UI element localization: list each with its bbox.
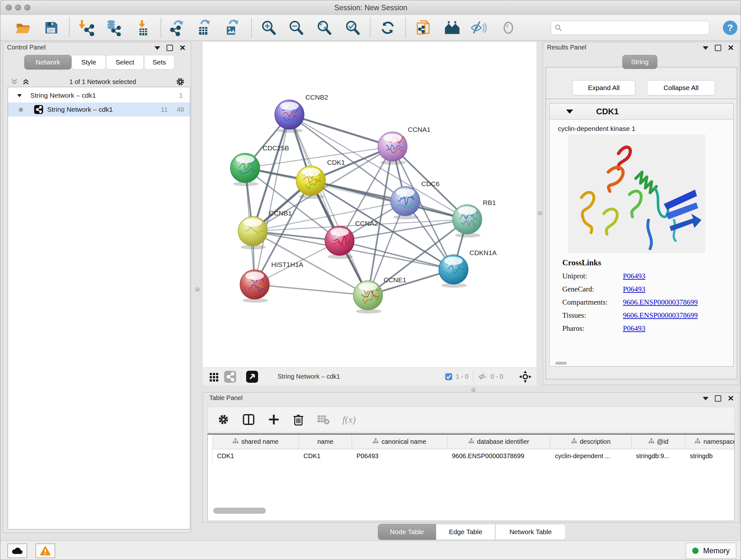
panel-close-icon[interactable]: ✕ <box>728 396 734 401</box>
node-label: CDC6 <box>421 180 440 187</box>
column-header--id[interactable]: @id <box>631 435 685 449</box>
delete-table-icon[interactable] <box>317 414 330 425</box>
table-cell[interactable]: stringdb <box>685 449 735 463</box>
search-input[interactable] <box>562 24 709 32</box>
import-table-file-icon[interactable] <box>134 17 152 38</box>
table-cell[interactable]: CDK1 <box>299 449 352 463</box>
crosslink-link[interactable]: P06493 <box>623 285 645 294</box>
expand-all-icon[interactable] <box>22 78 30 86</box>
network-view-mode-icon[interactable] <box>224 370 237 383</box>
tab-network[interactable]: Network <box>24 55 71 70</box>
toolbar-separator <box>160 17 161 37</box>
panel-collapse-icon[interactable] <box>703 46 709 50</box>
tab-edge-table[interactable]: Edge Table <box>436 524 495 540</box>
network-node-ccnb2[interactable]: CCNB2 <box>275 94 328 133</box>
right-splitter-handle[interactable] <box>538 211 542 215</box>
warning-icon <box>40 546 51 556</box>
panel-close-icon[interactable]: ✕ <box>728 45 734 51</box>
crosslink-link[interactable]: P06493 <box>623 324 645 333</box>
table-cell[interactable]: CDK1 <box>212 449 299 463</box>
hide-unhide-icon[interactable] <box>469 17 488 38</box>
table-panel-title: Table Panel <box>209 394 243 401</box>
column-header-canonical-name[interactable]: canonical name <box>352 435 448 449</box>
zoom-in-icon[interactable] <box>259 17 278 38</box>
hidden-eye-icon[interactable] <box>478 372 487 381</box>
crosslink-link[interactable]: 9606.ENSP00000378699 <box>623 298 698 307</box>
bottom-splitter-handle[interactable] <box>471 388 475 392</box>
tab-select[interactable]: Select <box>106 55 144 70</box>
column-header-namespace[interactable]: namespace <box>685 435 735 449</box>
panel-collapse-icon[interactable] <box>154 46 160 50</box>
expand-all-button[interactable]: Expand All <box>572 80 635 96</box>
table-cell[interactable]: cyclin-dependent ... <box>550 449 631 463</box>
table-cell[interactable]: stringdb:9... <box>631 449 685 463</box>
collapse-all-button[interactable]: Collapse All <box>647 80 715 96</box>
table-hscrollbar-thumb[interactable] <box>213 508 266 514</box>
collapse-all-icon[interactable] <box>10 78 18 86</box>
zoom-selected-icon[interactable] <box>343 17 362 38</box>
network-node-cdkn1a[interactable]: CDKN1A <box>439 249 496 288</box>
panel-close-icon[interactable]: ✕ <box>179 45 186 51</box>
network-node-cdc6[interactable]: CDC6 <box>391 180 440 219</box>
tab-sets[interactable]: Sets <box>144 55 175 70</box>
column-header-database-identifier[interactable]: database identifier <box>448 435 550 449</box>
table-row[interactable]: CDK1CDK1P064939606.ENSP00000378699cyclin… <box>212 449 734 463</box>
network-collection-row[interactable]: String Network – cdk1 1 <box>8 88 190 103</box>
eye-icon[interactable] <box>499 17 518 38</box>
tab-string[interactable]: String <box>622 55 657 69</box>
column-header-description[interactable]: description <box>550 435 631 449</box>
zoom-fit-icon[interactable] <box>315 17 333 38</box>
delete-trash-icon[interactable] <box>293 414 304 426</box>
tab-style[interactable]: Style <box>71 55 106 70</box>
export-image-icon[interactable] <box>222 17 241 38</box>
network-row-selected[interactable]: String Network – cdk1 11 48 <box>8 103 190 117</box>
crosslink-link[interactable]: 9606.ENSP00000378699 <box>623 311 698 320</box>
show-columns-icon[interactable] <box>242 413 255 426</box>
tab-node-table[interactable]: Node Table <box>378 524 436 540</box>
tree-expanded-icon[interactable] <box>16 92 23 99</box>
network-edge <box>289 115 393 146</box>
table-settings-gear-icon[interactable] <box>217 414 229 426</box>
refresh-icon[interactable] <box>379 17 397 38</box>
export-table-icon[interactable] <box>195 17 213 38</box>
current-network-dot-icon <box>19 108 23 112</box>
table-cell[interactable]: P06493 <box>352 449 448 463</box>
detach-view-icon[interactable] <box>246 370 259 383</box>
network-node-rb1[interactable]: RB1 <box>453 199 496 238</box>
cloud-button[interactable] <box>7 543 27 558</box>
panel-collapse-icon[interactable] <box>703 397 709 400</box>
zoom-out-icon[interactable] <box>287 17 306 38</box>
network-node-hist1h1a[interactable]: HIST1H1A <box>240 261 303 303</box>
help-icon[interactable]: ? <box>721 17 739 38</box>
network-view-canvas[interactable]: CCNB2CCNA1CDC25BCDK1CDC6RB1CCNB1CCNA2CDK… <box>203 42 536 385</box>
crosslink-link[interactable]: P06493 <box>623 272 645 280</box>
function-builder-icon[interactable]: f(x) <box>342 414 356 425</box>
network-graph[interactable]: CCNB2CCNA1CDC25BCDK1CDC6RB1CCNB1CCNA2CDK… <box>203 42 536 368</box>
column-header-name[interactable]: name <box>299 435 352 449</box>
memory-button[interactable]: Memory <box>686 543 736 559</box>
import-network-file-icon[interactable] <box>78 17 96 38</box>
table-cell[interactable]: 9606.ENSP00000378699 <box>448 449 550 463</box>
export-network-icon[interactable] <box>167 17 186 38</box>
birds-eye-view-icon[interactable] <box>519 370 532 383</box>
tab-network-table[interactable]: Network Table <box>495 524 566 540</box>
panel-float-icon[interactable] <box>715 45 721 51</box>
import-network-database-icon[interactable] <box>105 17 123 38</box>
left-splitter-handle[interactable] <box>195 287 199 292</box>
gear-icon[interactable] <box>176 77 185 86</box>
open-session-icon[interactable] <box>14 17 32 38</box>
panel-float-icon[interactable] <box>166 45 173 51</box>
save-session-icon[interactable] <box>42 17 60 38</box>
warning-button[interactable] <box>36 543 55 558</box>
gene-card-header[interactable]: CDK1 <box>549 104 733 120</box>
column-header-shared-name[interactable]: shared name <box>212 435 299 449</box>
selected-checkbox-icon[interactable] <box>445 373 453 381</box>
grid-view-icon[interactable] <box>208 371 220 382</box>
node-table-grid[interactable]: shared namenamecanonical namedatabase id… <box>207 434 735 521</box>
node-label: HIST1H1A <box>271 261 303 268</box>
share-document-icon[interactable] <box>414 17 433 38</box>
card-scrollbar-thumb[interactable] <box>555 362 567 365</box>
panel-float-icon[interactable] <box>715 395 721 401</box>
add-column-icon[interactable] <box>268 414 280 426</box>
home-icon[interactable] <box>443 17 461 38</box>
